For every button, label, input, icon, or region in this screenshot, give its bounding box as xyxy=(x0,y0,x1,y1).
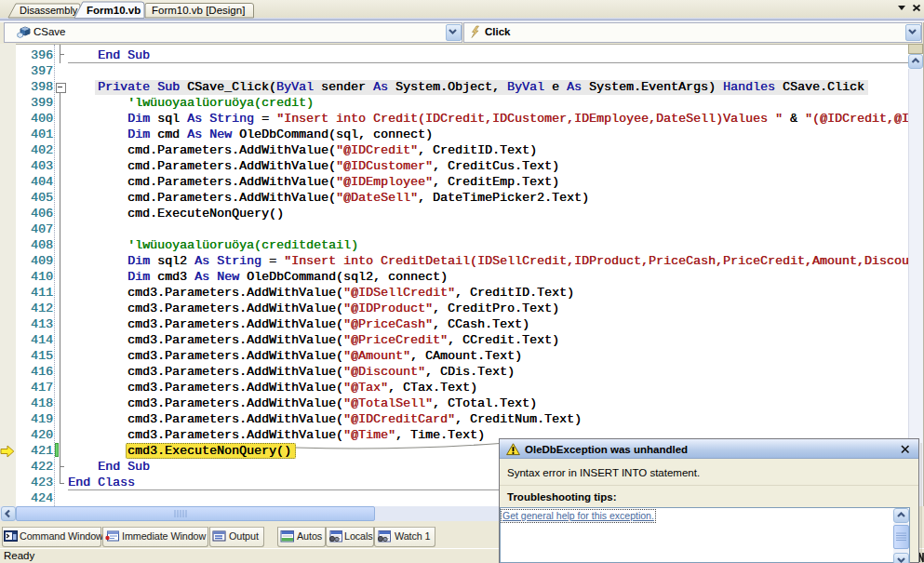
svg-text:Form10.vb [Design]: Form10.vb [Design] xyxy=(152,5,245,16)
svg-text:Form10.vb: Form10.vb xyxy=(87,5,141,16)
